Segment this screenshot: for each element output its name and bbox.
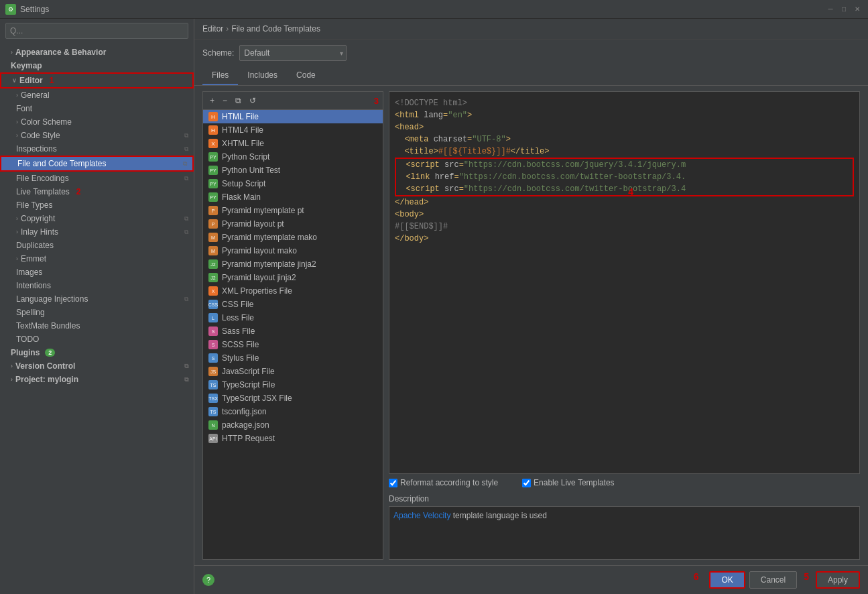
expand-arrow: › <box>16 229 18 235</box>
minimize-button[interactable]: ─ <box>825 4 836 15</box>
tab-files[interactable]: Files <box>202 66 238 85</box>
file-item-xhtml-file[interactable]: X XHTML File <box>203 137 383 150</box>
file-icon: S <box>208 340 218 349</box>
nav-tree: › Appearance & Behavior Keymap ∨ Editor … <box>0 43 194 594</box>
file-icon: M <box>208 233 218 242</box>
nav-item-general[interactable]: › General <box>0 88 194 102</box>
nav-item-images[interactable]: Images <box>0 265 194 279</box>
highlighted-code-block: <script src="https://cdn.bootcss.com/jqu… <box>395 158 854 196</box>
nav-item-color-scheme[interactable]: › Color Scheme <box>0 115 194 129</box>
file-item-html-file[interactable]: H HTML File <box>203 110 383 123</box>
label-4: 4 <box>628 186 633 197</box>
file-item-typescript-file[interactable]: TS TypeScript File <box>203 378 383 392</box>
reformat-checkbox[interactable] <box>389 479 397 487</box>
file-item-tsconfig-json[interactable]: TS tsconfig.json <box>203 405 383 418</box>
file-item-xml-properties-file[interactable]: X XML Properties File <box>203 284 383 298</box>
nav-item-code-style[interactable]: › Code Style ⧉ <box>0 129 194 142</box>
file-item-pyramid-mytemplate-pt[interactable]: P Pyramid mytemplate pt <box>203 204 383 217</box>
file-icon: J2 <box>208 273 218 282</box>
file-item-pyramid-layout-pt[interactable]: P Pyramid layout pt <box>203 217 383 231</box>
scheme-select[interactable]: Default Project <box>239 45 347 61</box>
file-item-less-file[interactable]: L Less File <box>203 311 383 324</box>
file-item-javascript-file[interactable]: JS JavaScript File <box>203 365 383 378</box>
file-item-stylus-file[interactable]: S Stylus File <box>203 351 383 365</box>
file-item-typescript-jsx-file[interactable]: TSX TypeScript JSX File <box>203 392 383 405</box>
file-item-python-unit-test[interactable]: PY Python Unit Test <box>203 164 383 177</box>
tab-includes[interactable]: Includes <box>238 66 287 85</box>
nav-item-appearance[interactable]: › Appearance & Behavior <box>0 46 194 59</box>
file-list-panel: + − ⧉ ↺ 3 H HTML File H <box>202 91 383 560</box>
nav-item-plugins[interactable]: Plugins 2 <box>0 346 194 359</box>
reset-button[interactable]: ↺ <box>247 95 259 107</box>
file-item-pyramid-mytemplate-jinja2[interactable]: J2 Pyramid mytemplate jinja2 <box>203 257 383 271</box>
nav-item-file-types[interactable]: File Types <box>0 198 194 212</box>
ok-button[interactable]: OK <box>709 571 745 589</box>
file-icon: P <box>208 219 218 229</box>
settings-window: ⚙ Settings ─ □ ✕ › Appearance & Behavior… <box>0 0 868 594</box>
nav-item-version-control[interactable]: › Version Control ⧉ <box>0 359 194 373</box>
file-item-pyramid-mytemplate-mako[interactable]: M Pyramid mytemplate mako <box>203 231 383 244</box>
nav-item-inspections[interactable]: Inspections ⧉ <box>0 142 194 156</box>
file-icon: S <box>208 326 218 336</box>
nav-item-inlay-hints[interactable]: › Inlay Hints ⧉ <box>0 225 194 239</box>
help-button[interactable]: ? <box>202 574 214 586</box>
expand-arrow: › <box>11 363 13 369</box>
nav-item-file-encodings[interactable]: File Encodings ⧉ <box>0 172 194 185</box>
copy-icon: ⧉ <box>184 296 188 303</box>
nav-item-copyright[interactable]: › Copyright ⧉ <box>0 212 194 225</box>
cancel-button[interactable]: Cancel <box>749 571 797 589</box>
nav-item-keymap[interactable]: Keymap <box>0 59 194 72</box>
main-content: + − ⧉ ↺ 3 H HTML File H <box>194 86 868 565</box>
copy-icon: ⧉ <box>184 376 188 383</box>
maximize-button[interactable]: □ <box>839 4 849 15</box>
nav-item-todo[interactable]: TODO <box>0 333 194 346</box>
file-item-python-script[interactable]: PY Python Script <box>203 150 383 164</box>
checkboxes-row: Reformat according to style Enable Live … <box>389 474 860 491</box>
expand-arrow: › <box>16 92 18 99</box>
file-item-flask-main[interactable]: PY Flask Main <box>203 190 383 204</box>
close-button[interactable]: ✕ <box>852 4 863 15</box>
live-templates-checkbox-label[interactable]: Enable Live Templates <box>522 478 615 487</box>
search-input[interactable] <box>5 23 188 39</box>
code-line: <meta charset="UTF-8"> <box>395 133 854 145</box>
apache-velocity-link[interactable]: Apache Velocity <box>393 511 450 520</box>
file-item-package-json[interactable]: N package.json <box>203 418 383 432</box>
copy-icon: ⧉ <box>184 229 188 236</box>
file-icon: X <box>208 139 218 148</box>
file-item-pyramid-layout-mako[interactable]: M Pyramid layout mako <box>203 244 383 257</box>
nav-item-project[interactable]: › Project: mylogin ⧉ <box>0 373 194 386</box>
file-item-css-file[interactable]: CSS CSS File <box>203 298 383 311</box>
title-bar: ⚙ Settings ─ □ ✕ <box>0 0 868 19</box>
file-item-pyramid-layout-jinja2[interactable]: J2 Pyramid layout jinja2 <box>203 271 383 284</box>
file-icon: TS <box>208 380 218 390</box>
window-title: Settings <box>20 5 49 14</box>
nav-item-font[interactable]: Font <box>0 102 194 115</box>
file-item-sass-file[interactable]: S Sass File <box>203 324 383 338</box>
file-item-scss-file[interactable]: S SCSS File <box>203 338 383 351</box>
live-templates-checkbox[interactable] <box>522 479 531 487</box>
nav-item-file-and-code-templates[interactable]: File and Code Templates ⧉ <box>0 156 194 172</box>
file-item-setup-script[interactable]: PY Setup Script <box>203 177 383 190</box>
file-item-html4-file[interactable]: H HTML4 File <box>203 123 383 137</box>
breadcrumb: Editor › File and Code Templates <box>194 19 868 40</box>
tab-code[interactable]: Code <box>287 66 325 85</box>
breadcrumb-arrow: › <box>226 24 229 34</box>
nav-item-textmate-bundles[interactable]: TextMate Bundles <box>0 319 194 333</box>
file-icon: L <box>208 313 218 322</box>
code-editor[interactable]: <!DOCTYPE html> <html lang="en"> <head> … <box>389 91 860 474</box>
code-line: <head> <box>395 121 854 133</box>
nav-item-spelling[interactable]: Spelling <box>0 306 194 319</box>
code-line: <script src="https://cdn.bootcss.com/jqu… <box>396 159 853 171</box>
nav-item-editor[interactable]: ∨ Editor 1 <box>0 72 194 88</box>
add-button[interactable]: + <box>207 95 217 107</box>
nav-item-intentions[interactable]: Intentions <box>0 279 194 292</box>
file-item-http-request[interactable]: API HTTP Request <box>203 432 383 445</box>
nav-item-emmet[interactable]: › Emmet <box>0 252 194 265</box>
nav-item-language-injections[interactable]: Language Injections ⧉ <box>0 292 194 306</box>
reformat-checkbox-label[interactable]: Reformat according to style <box>389 478 498 487</box>
copy-button[interactable]: ⧉ <box>233 95 244 107</box>
nav-item-live-templates[interactable]: Live Templates 2 <box>0 185 194 198</box>
apply-button[interactable]: Apply <box>816 571 860 589</box>
remove-button[interactable]: − <box>220 95 230 107</box>
nav-item-duplicates[interactable]: Duplicates <box>0 239 194 252</box>
